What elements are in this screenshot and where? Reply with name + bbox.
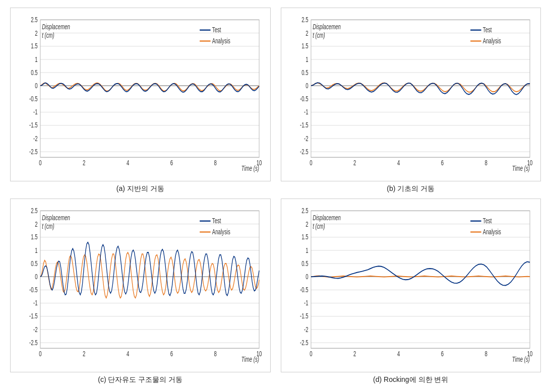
svg-text:-2: -2 (304, 135, 309, 143)
svg-text:Time (s): Time (s) (241, 164, 259, 172)
svg-text:0.5: 0.5 (31, 69, 38, 77)
svg-text:1: 1 (305, 246, 309, 254)
svg-text:0: 0 (39, 159, 42, 167)
svg-text:-1: -1 (33, 299, 38, 307)
svg-text:0: 0 (310, 350, 313, 358)
svg-text:-1.5: -1.5 (299, 121, 308, 129)
svg-text:-2: -2 (33, 135, 38, 143)
svg-text:Test: Test (212, 26, 221, 34)
svg-text:2: 2 (35, 220, 38, 228)
svg-text:t (cm): t (cm) (42, 222, 54, 230)
svg-text:8: 8 (214, 159, 217, 167)
chart-cell-b: 2.5 2 1.5 1 0.5 0 -0.5 -1 -1.5 -2 -2.5 0… (276, 5, 546, 196)
svg-text:t (cm): t (cm) (42, 31, 54, 39)
svg-text:Displacemen: Displacemen (313, 214, 341, 222)
svg-text:2.5: 2.5 (31, 207, 38, 215)
svg-text:-2.5: -2.5 (29, 148, 38, 156)
svg-text:8: 8 (484, 159, 487, 167)
svg-text:Analysis: Analysis (212, 228, 230, 236)
svg-text:4: 4 (127, 159, 130, 167)
svg-text:Test: Test (482, 217, 492, 225)
svg-text:-1: -1 (33, 108, 38, 116)
svg-text:-1.5: -1.5 (29, 312, 38, 320)
svg-text:2: 2 (35, 29, 38, 37)
svg-text:1.5: 1.5 (31, 42, 38, 50)
svg-text:1: 1 (35, 246, 38, 254)
svg-text:2: 2 (353, 159, 356, 167)
chart-d-container: 2.5 2 1.5 1 0.5 0 -0.5 -1 -1.5 -2 -2.5 0… (281, 199, 541, 372)
svg-text:-0.5: -0.5 (299, 95, 308, 103)
svg-text:Time (s): Time (s) (241, 355, 259, 363)
caption-d: (d) Rocking에 의한 변위 (373, 375, 448, 384)
chart-cell-a: 2.5 2 1.5 1 0.5 0 -0.5 -1 -1.5 -2 -2.5 0… (5, 5, 276, 196)
svg-text:1.5: 1.5 (31, 233, 38, 241)
svg-text:-1: -1 (304, 108, 309, 116)
svg-text:1: 1 (305, 55, 309, 63)
svg-text:0: 0 (305, 273, 309, 281)
svg-text:4: 4 (397, 159, 400, 167)
svg-text:0: 0 (305, 82, 309, 90)
svg-text:-2.5: -2.5 (29, 339, 38, 347)
svg-text:-2: -2 (304, 325, 309, 334)
svg-text:0: 0 (35, 82, 38, 90)
svg-text:t (cm): t (cm) (313, 222, 325, 230)
svg-text:-1: -1 (304, 299, 309, 307)
svg-text:-0.5: -0.5 (299, 286, 308, 294)
svg-text:4: 4 (397, 350, 400, 358)
svg-text:2: 2 (83, 350, 86, 358)
chart-a-container: 2.5 2 1.5 1 0.5 0 -0.5 -1 -1.5 -2 -2.5 0… (10, 8, 271, 181)
svg-text:2: 2 (83, 159, 86, 167)
svg-text:-1.5: -1.5 (29, 121, 38, 129)
svg-text:2.5: 2.5 (31, 16, 38, 24)
svg-text:Time (s): Time (s) (512, 164, 529, 172)
svg-text:2: 2 (305, 29, 309, 37)
svg-text:t (cm): t (cm) (313, 31, 325, 39)
caption-c: (c) 단자유도 구조물의 거동 (98, 375, 182, 384)
svg-text:0: 0 (35, 273, 38, 281)
svg-text:8: 8 (214, 350, 217, 358)
svg-text:6: 6 (170, 350, 173, 358)
chart-cell-d: 2.5 2 1.5 1 0.5 0 -0.5 -1 -1.5 -2 -2.5 0… (276, 196, 546, 387)
svg-text:-2.5: -2.5 (299, 339, 308, 347)
svg-text:Displacemen: Displacemen (42, 214, 70, 222)
chart-c-container: 2.5 2 1.5 1 0.5 0 -0.5 -1 -1.5 -2 -2.5 0… (10, 199, 271, 372)
svg-text:Displacemen: Displacemen (313, 23, 341, 31)
svg-text:-1.5: -1.5 (299, 312, 308, 320)
caption-b: (b) 기초의 거동 (387, 184, 435, 193)
svg-text:0: 0 (39, 350, 42, 358)
svg-text:0: 0 (310, 159, 313, 167)
svg-text:6: 6 (441, 350, 444, 358)
svg-text:Analysis: Analysis (212, 37, 230, 45)
svg-text:Time (s): Time (s) (512, 355, 529, 363)
main-page: 2.5 2 1.5 1 0.5 0 -0.5 -1 -1.5 -2 -2.5 0… (0, 0, 551, 392)
svg-text:2: 2 (305, 220, 309, 228)
svg-text:-2.5: -2.5 (299, 148, 308, 156)
svg-text:1.5: 1.5 (301, 42, 309, 50)
chart-cell-c: 2.5 2 1.5 1 0.5 0 -0.5 -1 -1.5 -2 -2.5 0… (5, 196, 276, 387)
svg-text:Analysis: Analysis (482, 228, 501, 236)
svg-text:Test: Test (482, 26, 492, 34)
svg-text:6: 6 (441, 159, 444, 167)
svg-text:Displacemen: Displacemen (42, 23, 70, 31)
svg-text:2: 2 (353, 350, 356, 358)
svg-text:1: 1 (35, 55, 38, 63)
svg-text:2.5: 2.5 (301, 16, 309, 24)
svg-text:-0.5: -0.5 (29, 95, 38, 103)
svg-text:2.5: 2.5 (301, 207, 309, 215)
svg-text:0.5: 0.5 (31, 259, 38, 268)
svg-text:6: 6 (170, 159, 173, 167)
chart-b-container: 2.5 2 1.5 1 0.5 0 -0.5 -1 -1.5 -2 -2.5 0… (281, 8, 541, 181)
svg-text:8: 8 (484, 350, 487, 358)
svg-text:0.5: 0.5 (301, 259, 309, 268)
svg-text:0.5: 0.5 (301, 69, 309, 77)
svg-text:1.5: 1.5 (301, 233, 309, 241)
svg-text:-2: -2 (33, 325, 38, 334)
svg-text:4: 4 (127, 350, 130, 358)
caption-a: (a) 지반의 거동 (116, 184, 164, 193)
svg-text:-0.5: -0.5 (29, 286, 38, 294)
svg-text:Analysis: Analysis (482, 37, 501, 45)
svg-text:Test: Test (212, 217, 221, 225)
